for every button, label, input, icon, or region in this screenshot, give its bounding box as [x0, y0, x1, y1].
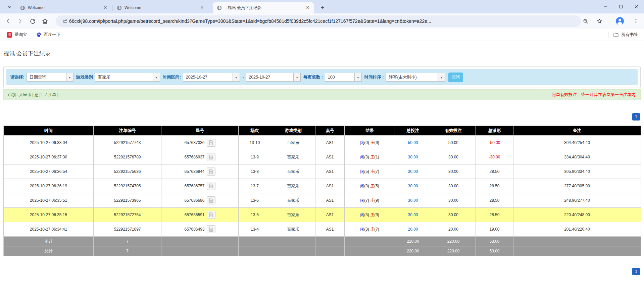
- home-button[interactable]: [40, 16, 50, 27]
- tab-betrecord-active[interactable]: :::视讯 会员下注纪录::: ✕: [213, 2, 314, 13]
- cell-time: 2025-10-27 06:36:19: [4, 179, 94, 193]
- cell-payout: -50.00: [476, 136, 513, 150]
- globe-icon: [117, 5, 122, 10]
- close-window-button[interactable]: [629, 0, 644, 13]
- reload-button[interactable]: [27, 16, 38, 27]
- zoom-indicator-button[interactable]: [581, 16, 590, 26]
- round-id-text: 657686757: [184, 184, 204, 188]
- video-replay-button[interactable]: [207, 153, 215, 161]
- pagination-page-1-top[interactable]: 1: [632, 113, 640, 121]
- tab-strip: Welcome ✕ Welcome ✕ :::视讯 会员下注纪录::: ✕ +: [0, 0, 644, 13]
- game-type-input[interactable]: [95, 73, 153, 82]
- cell-total-bet[interactable]: 30.00: [395, 208, 431, 222]
- sum-total-bet: 220.00: [395, 237, 431, 246]
- search-button[interactable]: 查询: [448, 73, 463, 82]
- sum-count: 7: [94, 237, 161, 246]
- video-replay-button[interactable]: [207, 182, 215, 190]
- cell-total-bet[interactable]: 50.00: [395, 136, 431, 150]
- zoom-icon: [583, 18, 589, 24]
- page-size-input[interactable]: [325, 73, 354, 82]
- game-type-label: 游戏类别: [76, 75, 93, 80]
- browser-toolbar: 66cxkj98.com/ipl/portal.php/game/betreco…: [0, 13, 644, 29]
- cell-total-bet[interactable]: 20.00: [395, 222, 431, 237]
- minimize-button[interactable]: [598, 0, 613, 13]
- maximize-button[interactable]: [613, 0, 629, 13]
- column-header: 局号: [161, 126, 239, 136]
- tune-icon: [62, 18, 68, 24]
- date-to-input[interactable]: [246, 73, 293, 82]
- dropdown-arrow-icon[interactable]: ▾: [153, 73, 160, 82]
- cell-valid-bet: 30.00: [431, 150, 476, 164]
- cell-total-bet[interactable]: 30.00: [395, 193, 431, 208]
- cell-game-type: 百家乐: [271, 136, 315, 150]
- query-type-input[interactable]: [27, 73, 66, 82]
- video-replay-button[interactable]: [207, 168, 215, 176]
- cell-result: 闲(7) 庄(9): [345, 193, 395, 208]
- column-header: 结果: [345, 126, 395, 136]
- url-text: 66cxkj98.com/ipl/portal.php/game/betreco…: [69, 18, 566, 24]
- back-button[interactable]: [3, 16, 13, 27]
- cell-game-type: 百家乐: [271, 164, 315, 179]
- star-icon: [596, 18, 602, 24]
- video-replay-icon: [208, 198, 214, 203]
- cell-game-type: 百家乐: [271, 208, 315, 222]
- sum-valid-bet: 220.00: [431, 246, 476, 256]
- new-tab-button[interactable]: +: [318, 3, 327, 12]
- window-controls: [598, 0, 644, 13]
- tab-welcome-2[interactable]: Welcome ✕: [113, 2, 208, 13]
- video-replay-button[interactable]: [207, 211, 215, 219]
- address-bar[interactable]: 66cxkj98.com/ipl/portal.php/game/betreco…: [56, 15, 581, 27]
- summary-info-bar: 币别 : 人民币 | 总共 :7 注单 | 同局有效投注，统一计算在该局第一张注…: [3, 89, 641, 100]
- dropdown-arrow-icon[interactable]: ▾: [293, 73, 301, 82]
- site-settings-button[interactable]: [60, 17, 69, 26]
- tab-close-icon[interactable]: ✕: [305, 5, 311, 11]
- pagination-page-1-bottom[interactable]: 1: [632, 268, 640, 275]
- cell-round-id: 657686937: [161, 150, 239, 164]
- cell-total-bet[interactable]: 30.00: [395, 179, 431, 193]
- bookmark-star-button[interactable]: [595, 16, 604, 26]
- tab-close-icon[interactable]: ✕: [102, 5, 108, 11]
- cell-session: 13-7: [239, 179, 271, 193]
- round-id-text: 657686844: [184, 169, 204, 174]
- cell-total-bet[interactable]: 30.00: [395, 164, 431, 179]
- cell-time: 2025-10-27 06:35:51: [4, 193, 94, 208]
- date-from-input[interactable]: [183, 73, 233, 82]
- bookmark-baidu[interactable]: 百度一下: [34, 31, 63, 39]
- cell-result: 闲(3) 庄(5): [345, 179, 395, 193]
- video-replay-button[interactable]: [207, 196, 215, 204]
- browser-menu-button[interactable]: [631, 16, 641, 26]
- page-title: 视讯 会员下注纪录: [3, 50, 51, 57]
- cell-table-no: AS1: [315, 150, 345, 164]
- cell-bet-id: 522921572754: [94, 208, 161, 222]
- sum-payout: 53.00: [476, 237, 513, 246]
- subtotal-row: 小计7220.00220.0053.00: [4, 237, 641, 246]
- cell-time: 2025-10-27 06:38:04: [4, 136, 94, 150]
- profile-avatar-button[interactable]: [615, 16, 625, 26]
- cell-time: 2025-10-27 06:36:54: [4, 164, 94, 179]
- table-row: 2025-10-27 06:36:19522921574705657686757…: [4, 179, 641, 193]
- all-bookmarks-button[interactable]: 所有书签: [611, 31, 640, 39]
- all-bookmarks-label: 所有书签: [621, 32, 638, 38]
- dropdown-arrow-icon[interactable]: ▾: [354, 73, 362, 82]
- cell-total-bet[interactable]: 30.00: [395, 150, 431, 164]
- sum-label: 总计: [4, 246, 94, 256]
- dropdown-arrow-icon[interactable]: ▾: [233, 73, 240, 82]
- filter-bar: 请选择: ▾ 游戏类别 ▾ 时间区间: ▾ ~ ▾ 每页笔数 :: [6, 69, 638, 85]
- cell-table-no: AS1: [315, 222, 345, 237]
- dropdown-arrow-icon[interactable]: ▾: [438, 73, 445, 82]
- time-sort-input[interactable]: [386, 73, 438, 82]
- forward-button[interactable]: [15, 16, 26, 27]
- sum-label: 小计: [4, 237, 94, 246]
- video-replay-button[interactable]: [207, 139, 215, 147]
- currency-total-text: 币别 : 人民币 | 总共 :7 注单 |: [8, 92, 58, 98]
- cell-bet-id: 522921575636: [94, 164, 161, 179]
- video-replay-icon: [208, 183, 214, 189]
- bookmark-aitaobao[interactable]: 淘 爱淘宝: [5, 31, 29, 39]
- video-replay-button[interactable]: [207, 225, 215, 233]
- dropdown-arrow-icon[interactable]: ▾: [66, 73, 73, 82]
- tab-close-icon[interactable]: ✕: [199, 5, 205, 11]
- date-to-combobox: ▾: [246, 73, 301, 82]
- tab-search-button[interactable]: [5, 3, 14, 12]
- date-from-combobox: ▾: [183, 73, 240, 82]
- tab-welcome-1[interactable]: Welcome ✕: [16, 2, 112, 13]
